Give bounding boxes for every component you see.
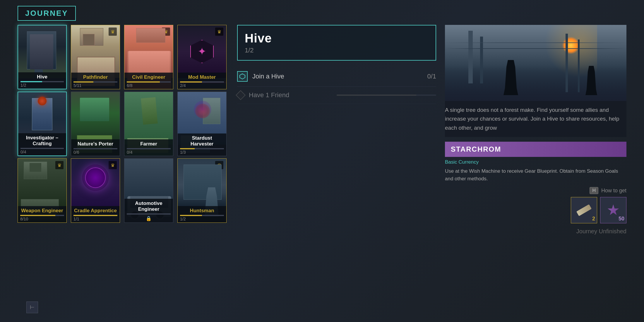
starchrom-desc: Use at the Wish Machine to receive Gear … (445, 167, 626, 182)
card-cradle-progress-text: 1/1 (73, 217, 117, 221)
card-weapon-label: Weapon Engineer 8/10 (18, 206, 66, 222)
starchrom-subtitle: Basic Currency (445, 159, 626, 165)
card-investigator-progress-text: 0/4 (20, 150, 64, 154)
card-huntsman-progress-text: 1/2 (180, 217, 224, 221)
card-cradle-crown-icon: ♛ (109, 161, 117, 169)
card-weapon-progress-bar (20, 215, 64, 216)
how-to-get-row: H How to get (445, 187, 626, 194)
scene-wires-1 (445, 42, 626, 43)
scene-tower-2 (480, 37, 483, 83)
card-natures-porter[interactable]: Nature's Porter 0/6 (71, 92, 120, 156)
card-civil-engineer[interactable]: ♛ Civil Engineer 6/8 (124, 25, 173, 89)
image-info-panel: A single tree does not a forest make. Fi… (445, 25, 626, 235)
card-mod-master[interactable]: ♛ ✦ Mod Master 2/4 (177, 25, 227, 89)
task-have-friend-left: Have 1 Friend (237, 91, 289, 99)
card-pathfinder-crown-icon: ♛ (109, 28, 117, 36)
card-pathfinder-progress-text: 5/11 (73, 83, 117, 88)
card-pathfinder-name: Pathfinder (73, 74, 117, 80)
card-huntsman-label: Huntsman 1/2 (178, 206, 226, 222)
card-stardust-progress-bar (180, 148, 224, 149)
card-huntsman[interactable]: ♛ Huntsman 1/2 (177, 158, 227, 223)
card-civil-name: Civil Engineer (127, 74, 171, 80)
card-cradle-progress-fill (73, 215, 117, 216)
scroll-button[interactable]: ⊢ (26, 302, 38, 313)
card-civil-label: Civil Engineer 6/8 (124, 73, 173, 89)
card-pathfinder-progress-fill (73, 81, 93, 83)
journey-status: Journey Unfinished (445, 228, 626, 235)
journey-header: JOURNEY (18, 6, 76, 21)
card-farmer-progress-bar (127, 148, 171, 149)
hive-task-icon (237, 71, 248, 82)
reward-items: 2 50 (445, 197, 626, 223)
card-mod-crown-icon: ♛ (215, 28, 223, 36)
card-pathfinder-label: Pathfinder 5/11 (71, 73, 120, 89)
main-container: JOURNEY Hive 1/2 (0, 0, 644, 322)
card-huntsman-name: Huntsman (180, 208, 224, 214)
card-automotive-label: Automotive Engineer 🔒 (124, 199, 173, 222)
card-farmer[interactable]: Farmer 0/4 (124, 92, 173, 156)
card-weapon-engineer[interactable]: ♛ Weapon Engineer 8/10 (18, 158, 67, 223)
card-weapon-progress-fill (20, 215, 55, 216)
bullet-icon (576, 204, 592, 216)
card-cradle-name: Cradle Apprentice (73, 208, 117, 214)
card-civil-progress-fill (127, 81, 160, 83)
description-text: A single tree does not a forest make. Fi… (445, 106, 626, 132)
card-cradle-progress-bar (73, 215, 117, 216)
card-hive[interactable]: Hive 1/2 (18, 25, 67, 89)
card-weapon-progress-text: 8/10 (20, 217, 64, 221)
task-join-hive-left: Join a Hive (237, 71, 284, 82)
card-farmer-image (124, 92, 173, 145)
card-stardust-harvester[interactable]: Stardust Harvester 1/3 (177, 92, 227, 156)
starchrom-section: STARCHROM Basic Currency Use at the Wish… (445, 142, 626, 182)
card-stardust-label: Stardust Harvester 1/3 (178, 133, 226, 156)
scroll-icon: ⊢ (30, 304, 35, 311)
card-hive-progress-bar (20, 81, 64, 82)
card-mod-progress-fill (180, 81, 202, 83)
journey-title: JOURNEY (25, 9, 68, 18)
starchrom-header: STARCHROM (445, 142, 626, 157)
card-investigator[interactable]: Investigator – Crafting 0/4 (18, 92, 67, 156)
detail-header: Hive 1/2 (237, 25, 436, 61)
scene-sun (562, 37, 580, 54)
reward-bullet-count: 2 (592, 216, 595, 222)
card-weapon-name: Weapon Engineer (20, 208, 64, 214)
card-automotive-name: Automotive Engineer (127, 201, 171, 212)
card-civil-progress-bar (127, 81, 171, 83)
card-automotive-engineer[interactable]: Automotive Engineer 🔒 (124, 158, 173, 223)
card-hive-progress-text: 1/2 (20, 83, 64, 88)
reward-item-star: 50 (600, 197, 626, 223)
scene-image (445, 25, 626, 101)
task-container: Join a Hive 0/1 Have 1 Friend (237, 66, 436, 107)
card-hive-name: Hive (20, 74, 64, 80)
card-stardust-name: Stardust Harvester (180, 135, 224, 147)
h-key-label: H (590, 187, 598, 194)
card-cradle-apprentice[interactable]: ♛ Cradle Apprentice 1/1 (71, 158, 120, 223)
card-stardust-progress-fill (180, 148, 195, 149)
card-farmer-progress-text: 0/4 (127, 150, 171, 155)
left-panel: Hive 1/2 ♛ Pathfinder (18, 25, 228, 223)
reward-star-count: 50 (619, 216, 624, 222)
card-natures-label: Nature's Porter 0/6 (71, 139, 120, 156)
scene-wires-2 (445, 48, 626, 49)
card-mod-label: Mod Master 2/4 (178, 73, 226, 89)
description-box: A single tree does not a forest make. Fi… (445, 101, 626, 137)
task-have-friend: Have 1 Friend (237, 87, 436, 104)
svg-marker-0 (240, 74, 245, 79)
task-have-friend-name: Have 1 Friend (249, 91, 289, 99)
card-natures-image (71, 92, 120, 145)
scene-tower-1 (468, 31, 473, 83)
card-pathfinder[interactable]: ♛ Pathfinder 5/11 (71, 25, 120, 89)
card-automotive-progress-bar (127, 213, 171, 215)
detail-panel: Hive 1/2 Join a Hive 0/1 (237, 25, 436, 107)
card-mod-progress-bar (180, 81, 224, 83)
card-huntsman-image (178, 159, 226, 211)
reward-item-bullet: 2 (571, 197, 597, 223)
card-stardust-progress-text: 1/3 (180, 150, 224, 155)
card-huntsman-progress-fill (180, 215, 202, 216)
card-investigator-label: Investigator – Crafting 0/4 (18, 133, 66, 155)
card-mod-name: Mod Master (180, 74, 224, 80)
how-to-get-label: How to get (601, 188, 626, 194)
investigator-orb (38, 97, 47, 105)
task-join-hive-count: 0/1 (427, 73, 436, 80)
detail-title: Hive (245, 31, 429, 45)
